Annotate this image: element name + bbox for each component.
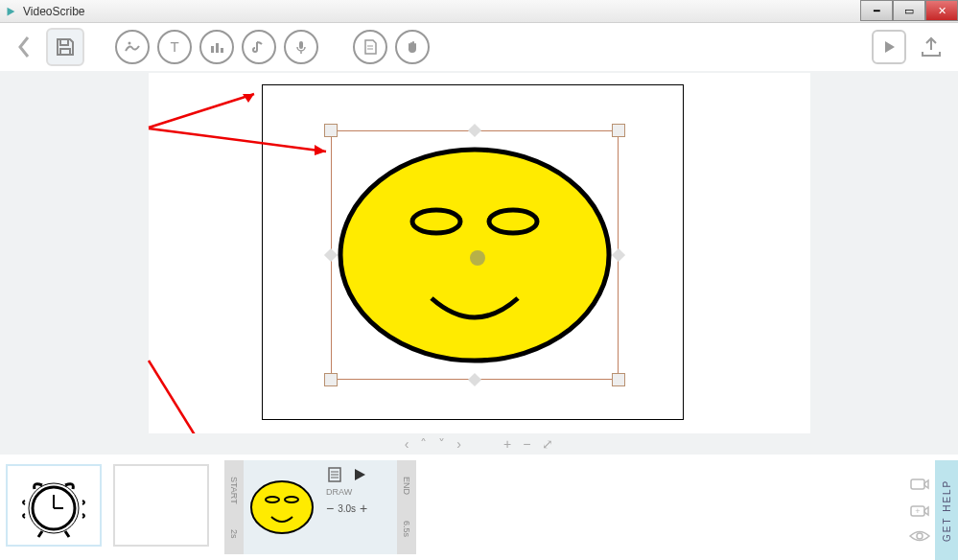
duration-value: 3.0s [338,503,356,514]
svg-point-34 [917,533,923,539]
svg-text:+: + [915,506,920,516]
timeline-right-controls: + [908,476,931,543]
chevron-left-icon [14,34,34,60]
nav-left-button[interactable]: ‹ [405,436,409,452]
eye-icon[interactable] [908,529,931,543]
chart-icon [208,38,225,56]
close-button[interactable]: ✕ [925,0,958,21]
svg-rect-4 [216,43,219,53]
element-thumbnail[interactable] [244,460,320,554]
svg-rect-6 [299,41,303,49]
main-toolbar: T [0,23,958,71]
record-voice-button[interactable] [284,30,318,64]
end-label: END [402,477,411,495]
canvas-nav-controls: ‹ ˄ ˅ › + − ⤢ [0,433,958,455]
duration-plus-button[interactable]: + [360,501,367,516]
canvas[interactable] [149,73,810,449]
page-button[interactable] [353,30,387,64]
hand-icon [404,38,421,56]
svg-marker-0 [8,7,15,15]
minimize-button[interactable]: ━ [860,0,893,21]
get-help-tab[interactable]: GET HELP [935,460,958,560]
add-image-button[interactable] [115,30,150,64]
nav-up-button[interactable]: ˄ [420,436,427,452]
microphone-icon [292,38,310,56]
add-text-button[interactable]: T [157,30,192,64]
properties-icon[interactable] [326,466,343,483]
svg-text:T: T [170,38,178,55]
text-icon: T [166,38,183,56]
save-icon [55,36,76,58]
back-button[interactable] [10,30,38,64]
camera-add-icon[interactable]: + [909,502,930,520]
svg-rect-5 [221,48,223,53]
scene-thumb-1[interactable] [6,464,102,547]
app-icon [4,5,17,18]
smiley-thumbnail [248,478,315,536]
zoom-out-button[interactable]: − [523,436,530,452]
element-controls: DRAW − 3.0s + [320,460,397,554]
maximize-button[interactable]: ▭ [893,0,925,21]
draw-mode-label: DRAW [326,487,391,497]
export-button[interactable] [914,30,948,64]
duration-minus-button[interactable]: − [326,501,334,516]
svg-point-23 [251,481,313,533]
export-icon [919,35,944,59]
zoom-fit-button[interactable]: ⤢ [542,436,553,452]
svg-point-1 [129,42,131,45]
app-title: VideoScribe [23,5,85,18]
start-time: 2s [229,529,239,539]
nav-right-button[interactable]: › [456,436,461,452]
timeline: START 2s DRAW − 3.0s + END [0,455,958,560]
element-properties-panel: START 2s DRAW − 3.0s + END [224,460,416,554]
start-label: START [229,477,239,504]
camera-icon[interactable] [909,476,930,493]
get-help-label: GET HELP [942,478,952,541]
svg-marker-30 [355,469,365,480]
svg-marker-14 [243,94,254,103]
center-pivot[interactable] [470,250,485,266]
alarm-clock-thumbnail [15,472,92,539]
preview-button[interactable] [872,30,906,64]
svg-rect-3 [211,46,214,53]
page-icon [362,38,379,56]
music-icon [250,38,268,56]
svg-marker-9 [885,41,895,53]
save-button[interactable] [46,28,84,66]
end-time: 6.5s [402,521,411,537]
element-start-column: START 2s [224,460,244,554]
image-icon [124,38,141,56]
scene-thumb-2[interactable] [113,464,209,547]
zoom-in-button[interactable]: + [503,436,511,452]
add-music-button[interactable] [242,30,276,64]
annotation-arrow-1 [139,84,273,161]
resize-handle-bl[interactable] [324,373,338,386]
resize-handle-br[interactable] [612,373,625,386]
window-controls: ━ ▭ ✕ [860,0,958,21]
hand-button[interactable] [395,30,430,64]
play-element-icon[interactable] [351,466,368,483]
play-icon [880,38,898,56]
add-chart-button[interactable] [199,30,234,64]
element-end-column: END 6.5s [397,460,416,554]
nav-down-button[interactable]: ˅ [438,436,445,452]
resize-handle-tr[interactable] [612,124,625,137]
title-bar: VideoScribe ━ ▭ ✕ [0,0,958,23]
svg-rect-31 [911,479,924,489]
svg-line-13 [149,94,254,128]
resize-handle-tl[interactable] [324,124,338,137]
canvas-area: ‹ ˄ ˅ › + − ⤢ [0,71,958,455]
